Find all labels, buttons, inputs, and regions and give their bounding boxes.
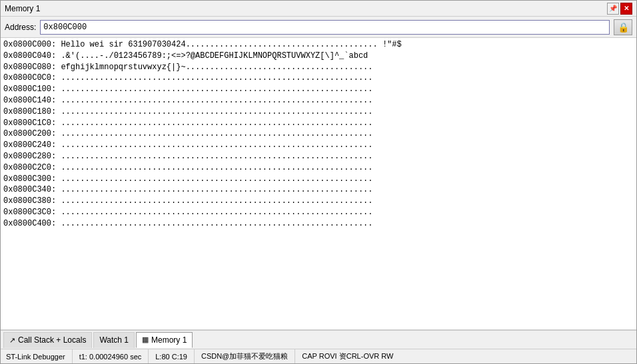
memory-row: 0x0800C200: ............................… [3,128,634,140]
address-bar: Address: 🔒 [1,17,636,38]
title-bar-buttons: 📌 ✕ [607,3,632,15]
memory-row: 0x0800C300: ............................… [3,174,634,185]
tab-call-stack-label: Call Stack + Locals [18,335,86,345]
tab-call-stack[interactable]: ↗ Call Stack + Locals [3,332,92,348]
memory-row: 0x0800C400: ............................… [3,218,634,230]
memory-row: 0x0800C2C0: ............................… [3,162,634,174]
bottom-tabs: ↗ Call Stack + Locals Watch 1 ▦ Memory 1 [1,330,636,349]
memory-row: 0x0800C340: ............................… [3,184,634,196]
address-label: Address: [5,23,36,32]
memory-row: 0x0800C000: Hello wei sir 631907030424..… [3,39,634,51]
memory-row: 0x0800C080: efghijklmnopqrstuvwxyz{|}~..… [3,62,634,73]
lock-button[interactable]: 🔒 [614,19,632,35]
title-bar: Memory 1 📌 ✕ [1,1,636,17]
memory-row: 0x0800C180: ............................… [3,106,634,118]
memory-icon: ▦ [142,335,149,344]
memory-row: 0x0800C280: ............................… [3,151,634,162]
tab-memory1[interactable]: ▦ Memory 1 [136,332,193,348]
position-status: L:80 C:19 [149,349,195,363]
close-button[interactable]: ✕ [620,3,632,15]
tab-watch-label: Watch 1 [99,335,129,345]
time-status: t1: 0.00024960 sec [73,349,149,363]
memory-row: 0x0800C0C0: ............................… [3,73,634,84]
window-title: Memory 1 [5,4,40,13]
watermark-status: CSDN@加菲猫不爱吃猫粮 [195,349,295,363]
memory-row: 0x0800C140: ............................… [3,95,634,106]
extra-status: CAP ROVI 资CRL-OVR RW [295,349,400,363]
tab-memory1-label: Memory 1 [151,335,187,345]
memory-row: 0x0800C3C0: ............................… [3,207,634,218]
tab-watch[interactable]: Watch 1 [93,332,135,348]
memory-content[interactable]: 0x0800C000: Hello wei sir 631907030424..… [1,38,636,330]
status-bar: ST-Link Debugger t1: 0.00024960 sec L:80… [1,349,636,363]
memory-row: 0x0800C040: .&'(....-./0123456789:;<=>?@… [3,51,634,62]
debugger-status: ST-Link Debugger [6,349,73,363]
address-input[interactable] [40,20,610,35]
main-window: Memory 1 📌 ✕ Address: 🔒 0x0800C000: Hell… [0,0,637,364]
memory-row: 0x0800C380: ............................… [3,196,634,207]
memory-row: 0x0800C240: ............................… [3,140,634,151]
pin-button[interactable]: 📌 [607,3,619,15]
call-stack-icon: ↗ [9,336,15,345]
memory-row: 0x0800C100: ............................… [3,84,634,95]
memory-row: 0x0800C1C0: ............................… [3,118,634,129]
